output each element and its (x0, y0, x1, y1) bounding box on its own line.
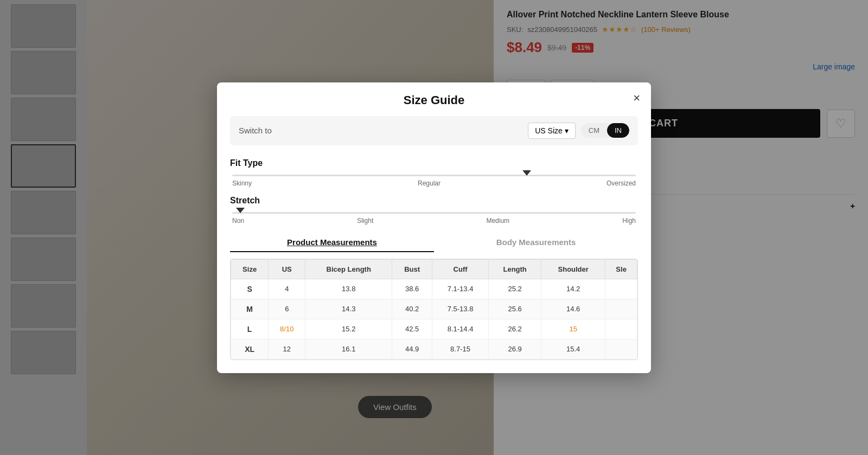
modal-close-button[interactable]: × (633, 91, 640, 105)
fit-labels: Skinny Regular Oversized (232, 180, 636, 187)
switch-row: Switch to US Size ▾ CM IN (230, 116, 638, 145)
table-header-row: Size US Bicep Length Bust Cuff Length Sh… (231, 259, 637, 279)
measurements-section: Product Measurements Body Measurements S… (230, 233, 638, 360)
cell-sle (605, 299, 637, 319)
cell-sle (605, 339, 637, 359)
fit-label-oversized: Oversized (607, 180, 636, 187)
modal-title: Size Guide (230, 93, 638, 107)
dropdown-chevron-icon: ▾ (565, 126, 569, 135)
fit-label-regular: Regular (418, 180, 441, 187)
cell-us: 8/10 (269, 319, 305, 339)
modal-body: Switch to US Size ▾ CM IN Fit Type (217, 116, 651, 373)
cell-length: 25.6 (489, 299, 541, 319)
body-measurements-tab[interactable]: Body Measurements (434, 233, 638, 252)
cell-us: 12 (269, 339, 305, 359)
cell-bust: 38.6 (392, 279, 432, 299)
cell-us: 4 (269, 279, 305, 299)
col-bicep: Bicep Length (305, 259, 392, 279)
col-sle: Sle (605, 259, 637, 279)
fit-type-slider: Skinny Regular Oversized (230, 175, 638, 187)
fit-indicator (522, 170, 531, 176)
cell-bicep: 14.3 (305, 299, 392, 319)
cell-size: M (231, 299, 269, 319)
cell-sle (605, 319, 637, 339)
cell-bust: 42.5 (392, 319, 432, 339)
fit-label-skinny: Skinny (232, 180, 252, 187)
cell-cuff: 8.1-14.4 (432, 319, 489, 339)
cell-cuff: 8.7-15 (432, 339, 489, 359)
stretch-label-non: Non (232, 217, 244, 225)
cell-bicep: 16.1 (305, 339, 392, 359)
us-size-label: US Size (535, 126, 563, 135)
switch-controls: US Size ▾ CM IN (528, 123, 629, 139)
cell-shoulder: 15 (541, 319, 605, 339)
cell-shoulder: 14.2 (541, 279, 605, 299)
us-size-dropdown[interactable]: US Size ▾ (528, 123, 576, 139)
col-shoulder: Shoulder (541, 259, 605, 279)
col-length: Length (489, 259, 541, 279)
unit-in-button[interactable]: IN (607, 123, 629, 138)
col-bust: Bust (392, 259, 432, 279)
cell-size: XL (231, 339, 269, 359)
cell-shoulder: 14.6 (541, 299, 605, 319)
cell-cuff: 7.1-13.4 (432, 279, 489, 299)
stretch-slider: Non Slight Medium High (230, 212, 638, 225)
col-size: Size (231, 259, 269, 279)
stretch-label-high: High (622, 217, 636, 225)
stretch-label-medium: Medium (486, 217, 509, 225)
measurements-table-wrapper: Size US Bicep Length Bust Cuff Length Sh… (230, 259, 638, 360)
measurements-tabs: Product Measurements Body Measurements (230, 233, 638, 252)
table-row: XL 12 16.1 44.9 8.7-15 26.9 15.4 (231, 339, 637, 359)
modal-header: Size Guide × (217, 82, 651, 116)
cell-length: 26.2 (489, 319, 541, 339)
unit-cm-button[interactable]: CM (581, 123, 607, 138)
unit-toggle: CM IN (581, 123, 629, 138)
cell-bust: 40.2 (392, 299, 432, 319)
cell-cuff: 7.5-13.8 (432, 299, 489, 319)
stretch-indicator (236, 208, 245, 213)
measurements-table: Size US Bicep Length Bust Cuff Length Sh… (231, 259, 637, 360)
size-guide-modal: Size Guide × Switch to US Size ▾ CM IN (217, 82, 651, 373)
fit-type-title: Fit Type (230, 158, 638, 168)
col-cuff: Cuff (432, 259, 489, 279)
fit-track (232, 175, 636, 176)
cell-size: L (231, 319, 269, 339)
stretch-labels: Non Slight Medium High (232, 217, 636, 225)
cell-sle (605, 279, 637, 299)
switch-label: Switch to (239, 126, 272, 135)
modal-overlay: Size Guide × Switch to US Size ▾ CM IN (0, 0, 868, 455)
cell-length: 26.9 (489, 339, 541, 359)
cell-shoulder: 15.4 (541, 339, 605, 359)
table-row: M 6 14.3 40.2 7.5-13.8 25.6 14.6 (231, 299, 637, 319)
cell-length: 25.2 (489, 279, 541, 299)
product-measurements-tab[interactable]: Product Measurements (230, 233, 434, 252)
cell-bicep: 13.8 (305, 279, 392, 299)
cell-us: 6 (269, 299, 305, 319)
table-row: S 4 13.8 38.6 7.1-13.4 25.2 14.2 (231, 279, 637, 299)
cell-size: S (231, 279, 269, 299)
stretch-section: Stretch Non Slight Medium High (230, 196, 638, 225)
stretch-track (232, 212, 636, 214)
fit-type-section: Fit Type Skinny Regular Oversized (230, 158, 638, 187)
cell-bicep: 15.2 (305, 319, 392, 339)
table-row: L 8/10 15.2 42.5 8.1-14.4 26.2 15 (231, 319, 637, 339)
col-us: US (269, 259, 305, 279)
stretch-label-slight: Slight (357, 217, 373, 225)
stretch-title: Stretch (230, 196, 638, 206)
table-body: S 4 13.8 38.6 7.1-13.4 25.2 14.2 M 6 14.… (231, 279, 637, 359)
cell-bust: 44.9 (392, 339, 432, 359)
